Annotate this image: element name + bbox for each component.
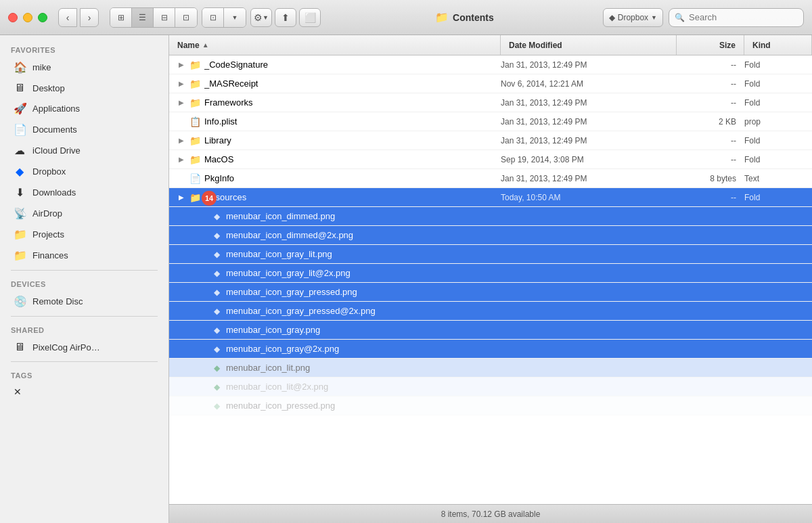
arrange-button[interactable]: ⊡ (202, 8, 224, 27)
table-row[interactable]: ◆ menubar_icon_gray_lit@2x.png (169, 264, 812, 283)
arrange-controls: ⊡ ▼ (202, 7, 246, 28)
sidebar-item-dropbox[interactable]: ◆ Dropbox (3, 162, 166, 181)
table-row[interactable]: ◆ menubar_icon_gray_pressed.png (169, 283, 812, 302)
table-row[interactable]: ▶ 📄 PkgInfo Jan 31, 2013, 12:49 PM 8 byt… (169, 169, 812, 188)
column-headers: Name ▲ Date Modified Size Kind (169, 35, 812, 55)
desktop-icon: 🖥 (14, 82, 26, 94)
table-row[interactable]: ◆ menubar_icon_gray_lit.png (169, 245, 812, 264)
file-name: PkgInfo (204, 173, 501, 183)
expand-icon[interactable]: ▶ (175, 61, 188, 68)
dropbox-icon: ◆ (609, 13, 615, 22)
file-kind: Fold (744, 136, 812, 145)
table-row[interactable]: ◆ menubar_icon_gray@2x.png (169, 340, 812, 359)
view-cover-button[interactable]: ⊡ (175, 8, 197, 27)
table-row[interactable]: ◆ menubar_icon_dimmed.png (169, 207, 812, 226)
file-date: Jan 31, 2013, 12:49 PM (501, 98, 677, 108)
gear-button[interactable]: ⚙▼ (250, 8, 272, 27)
file-size: 2 KB (677, 117, 744, 127)
sidebar-item-documents[interactable]: 📄 Documents (3, 120, 166, 139)
folder-icon: 📁 (188, 60, 202, 70)
window-title: Contents (453, 12, 494, 23)
table-row[interactable]: ▶ 📁 Library Jan 31, 2013, 12:49 PM -- Fo… (169, 131, 812, 150)
title-folder-icon: 📁 (435, 11, 449, 24)
png-icon: ◆ (210, 382, 223, 392)
sidebar-divider-3 (11, 361, 158, 362)
favorites-label: Favorites (0, 41, 168, 57)
table-row[interactable]: ◆ menubar_icon_dimmed@2x.png (169, 226, 812, 245)
sidebar-item-pixelcog[interactable]: 🖥 PixelCog AirPo… (3, 338, 166, 357)
col-header-kind[interactable]: Kind (744, 35, 812, 55)
dropbox-button[interactable]: ◆ Dropbox ▼ (603, 8, 663, 27)
icloud-icon: ☁ (14, 144, 26, 157)
table-row[interactable]: ◆ menubar_icon_lit@2x.png (169, 378, 812, 396)
expand-icon[interactable]: ▶ (175, 194, 188, 201)
sidebar-item-applications[interactable]: 🚀 Applications (3, 99, 166, 118)
maximize-button[interactable] (38, 13, 47, 22)
file-kind: Fold (744, 193, 812, 202)
view-icon-button[interactable]: ⊞ (110, 8, 132, 27)
sidebar-item-documents-label: Documents (32, 124, 77, 135)
tags-label: Tags (0, 366, 168, 382)
minimize-button[interactable] (23, 13, 32, 22)
table-row[interactable]: ◆ menubar_icon_gray_pressed@2x.png (169, 302, 812, 321)
sidebar-item-finances[interactable]: 📁 Finances (3, 246, 166, 265)
window-title-area: 📁 Contents (326, 11, 603, 24)
sidebar-item-pixelcog-label: PixelCog AirPo… (32, 342, 100, 353)
file-name: menubar_icon_dimmed.png (226, 211, 812, 221)
table-row[interactable]: ▶ 📁 _MASReceipt Nov 6, 2014, 12:21 AM --… (169, 74, 812, 93)
sidebar-item-airdrop[interactable]: 📡 AirDrop (3, 204, 166, 223)
sidebar-item-desktop[interactable]: 🖥 Desktop (3, 78, 166, 97)
sidebar-item-downloads[interactable]: ⬇ Downloads (3, 183, 166, 202)
table-row[interactable]: ▶ 📁 Resources Today, 10:50 AM -- Fold (169, 188, 812, 207)
view-column-button[interactable]: ⊟ (154, 8, 175, 27)
search-input[interactable] (689, 12, 798, 22)
sidebar-item-projects-label: Projects (32, 229, 64, 240)
view-controls: ⊞ ☰ ⊟ ⊡ (110, 7, 198, 28)
file-kind: Fold (744, 98, 812, 108)
forward-button[interactable]: › (80, 8, 99, 27)
close-button[interactable] (8, 13, 18, 22)
sidebar-tags-edit[interactable]: ✕ (3, 383, 166, 401)
sidebar-item-applications-label: Applications (32, 104, 80, 114)
sidebar-item-mike[interactable]: 🏠 mike (3, 58, 166, 77)
arrange-view-button[interactable]: ⬜ (299, 8, 321, 27)
table-row[interactable]: ◆ menubar_icon_gray.png (169, 321, 812, 340)
sidebar-item-icloud[interactable]: ☁ iCloud Drive (3, 141, 166, 160)
search-box[interactable]: 🔍 (669, 8, 804, 27)
sidebar-item-projects[interactable]: 📁 Projects (3, 225, 166, 244)
sidebar-item-remote-disc[interactable]: 💿 Remote Disc (3, 292, 166, 311)
expand-icon[interactable]: ▶ (175, 137, 188, 144)
table-row[interactable]: ▶ 📋 Info.plist Jan 31, 2013, 12:49 PM 2 … (169, 112, 812, 131)
col-header-size[interactable]: Size (677, 35, 744, 55)
file-name: Library (204, 135, 501, 145)
sidebar-item-airdrop-label: AirDrop (32, 208, 62, 219)
file-date: Jan 31, 2013, 12:49 PM (501, 174, 677, 183)
dropbox-label: Dropbox (618, 13, 648, 22)
col-header-name[interactable]: Name ▲ (169, 35, 501, 55)
col-header-date[interactable]: Date Modified (501, 35, 677, 55)
sidebar-divider-2 (11, 316, 158, 317)
file-kind: Fold (744, 60, 812, 70)
projects-icon: 📁 (14, 228, 26, 241)
png-icon: ◆ (210, 288, 223, 297)
expand-icon[interactable]: ▶ (175, 80, 188, 87)
expand-icon[interactable]: ▶ (175, 99, 188, 106)
file-name: Resources (204, 192, 501, 202)
view-list-button[interactable]: ☰ (132, 8, 154, 27)
table-row[interactable]: ▶ 📁 MacOS Sep 19, 2014, 3:08 PM -- Fold (169, 150, 812, 169)
titlebar: ‹ › ⊞ ☰ ⊟ ⊡ ⊡ ▼ ⚙▼ ⬆ ⬜ 📁 Contents ◆ Drop… (0, 0, 812, 35)
file-name: MacOS (204, 154, 501, 164)
png-icon: ◆ (210, 231, 223, 240)
sidebar-item-icloud-label: iCloud Drive (32, 145, 81, 156)
table-row[interactable]: ◆ menubar_icon_lit.png (169, 359, 812, 378)
airdrop-icon: 📡 (14, 207, 26, 220)
share-button[interactable]: ⬆ (275, 8, 296, 27)
arrange-dropdown-button[interactable]: ▼ (224, 8, 246, 27)
expand-icon[interactable]: ▶ (175, 156, 188, 163)
dropbox-sidebar-icon: ◆ (14, 165, 26, 178)
file-kind: Text (744, 174, 812, 183)
table-row[interactable]: ◆ menubar_icon_pressed.png (169, 396, 812, 415)
table-row[interactable]: ▶ 📁 Frameworks Jan 31, 2013, 12:49 PM --… (169, 93, 812, 112)
back-button[interactable]: ‹ (58, 8, 77, 27)
table-row[interactable]: ▶ 📁 _CodeSignature Jan 31, 2013, 12:49 P… (169, 55, 812, 74)
